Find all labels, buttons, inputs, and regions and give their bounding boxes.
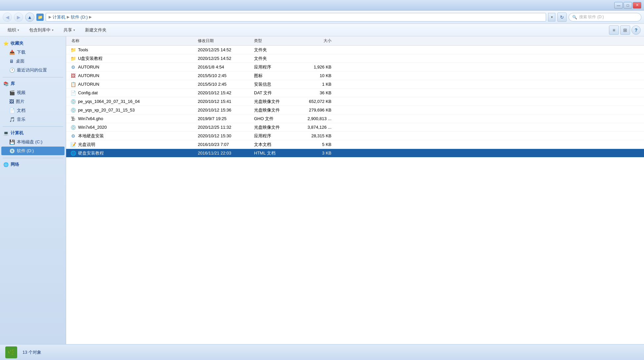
path-computer[interactable]: 计算机 xyxy=(53,14,65,20)
file-name-cell: 🌐 硬盘安装教程 xyxy=(69,150,198,156)
iso-file-icon: 💿 xyxy=(70,99,76,105)
file-name-cell: 💿 pe_yqs_1064_20_07_31_16_04 xyxy=(69,99,198,105)
file-date: 2016/11/21 22:03 xyxy=(198,151,254,156)
localc-label: 本地磁盘 (C:) xyxy=(17,139,42,145)
file-type: 光盘映像文件 xyxy=(254,107,297,113)
refresh-button[interactable]: ↻ xyxy=(557,13,567,22)
divider-2 xyxy=(3,126,63,127)
col-header-type[interactable]: 类型 xyxy=(254,38,297,44)
col-header-name[interactable]: 名称 xyxy=(69,38,198,44)
sidebar: ⭐ 收藏夹 📥 下载 🖥 桌面 🕐 最近访问的位置 📚 库 xyxy=(0,36,66,344)
file-type: 安装信息 xyxy=(254,81,297,87)
help-button[interactable]: ? xyxy=(631,25,641,35)
photo-icon: 🖼 xyxy=(9,99,14,104)
file-name-text: U盘安装教程 xyxy=(78,56,103,62)
table-row[interactable]: 🗜 Win7x64.gho 2019/9/7 19:25 GHO 文件 2,90… xyxy=(66,114,644,123)
sidebar-item-doc[interactable]: 📄 文档 xyxy=(1,106,64,115)
doc-label: 文档 xyxy=(17,108,25,113)
maximize-button[interactable]: □ xyxy=(623,2,632,9)
file-rows-container: 📁 Tools 2020/12/25 14:52 文件夹 📁 U盘安装教程 20… xyxy=(66,46,644,158)
table-row[interactable]: 📄 Config.dat 2020/10/12 15:42 DAT 文件 36 … xyxy=(66,89,644,97)
status-count-text: 13 个对象 xyxy=(22,349,41,355)
computer-section: 💻 计算机 💾 本地磁盘 (C:) 💿 软件 (D:) xyxy=(0,129,66,155)
table-row[interactable]: 🖼 AUTORUN 2015/5/10 2:45 图标 10 KB xyxy=(66,71,644,80)
search-box[interactable]: 🔍 搜索 软件 (D:) xyxy=(569,13,641,22)
table-row[interactable]: ⚙ AUTORUN 2016/1/8 4:54 应用程序 1,926 KB xyxy=(66,63,644,71)
sidebar-item-photo[interactable]: 🖼 图片 xyxy=(1,97,64,106)
file-name-cell: 📄 Config.dat xyxy=(69,90,198,96)
file-size: 5 KB xyxy=(297,142,337,147)
app-file-icon: ⚙ xyxy=(70,133,76,139)
table-row[interactable]: 📋 AUTORUN 2015/5/10 2:45 安装信息 1 KB xyxy=(66,80,644,89)
file-name-text: Tools xyxy=(78,47,88,52)
favorites-label: 收藏夹 xyxy=(11,40,23,46)
close-button[interactable]: ✕ xyxy=(633,2,641,9)
recent-icon: 🕐 xyxy=(9,68,15,73)
file-date: 2015/5/10 2:45 xyxy=(198,82,254,87)
file-type: 应用程序 xyxy=(254,133,297,139)
sidebar-item-softd[interactable]: 💿 软件 (D:) xyxy=(1,147,64,155)
file-name-cell: 🗜 Win7x64.gho xyxy=(69,116,198,122)
table-row[interactable]: 📁 U盘安装教程 2020/12/25 14:52 文件夹 xyxy=(66,54,644,63)
file-date: 2020/10/12 15:36 xyxy=(198,108,254,112)
share-button[interactable]: 共享 ▾ xyxy=(59,25,79,35)
softd-label: 软件 (D:) xyxy=(17,148,34,154)
divider-3 xyxy=(3,158,63,158)
col-header-size[interactable]: 大小 xyxy=(297,38,337,44)
view-options-button[interactable]: ≡ xyxy=(609,25,619,35)
video-icon: 🎬 xyxy=(9,90,15,95)
sidebar-item-video[interactable]: 🎬 视频 xyxy=(1,88,64,97)
file-type: DAT 文件 xyxy=(254,90,297,96)
address-path-bar[interactable]: ▶ 计算机 ▶ 软件 (D:) ▶ xyxy=(46,13,546,22)
favorites-icon: ⭐ xyxy=(3,41,9,46)
sidebar-item-downloads[interactable]: 📥 下载 xyxy=(1,48,64,57)
address-dropdown-button[interactable]: ▾ xyxy=(548,13,555,22)
file-date: 2020/10/12 15:42 xyxy=(198,90,254,95)
sidebar-item-desktop[interactable]: 🖥 桌面 xyxy=(1,57,64,66)
text-file-icon: 📝 xyxy=(70,142,76,148)
path-drive[interactable]: 软件 (D:) xyxy=(71,14,88,20)
table-row[interactable]: 📁 Tools 2020/12/25 14:52 文件夹 xyxy=(66,46,644,54)
network-label: 网络 xyxy=(11,161,19,167)
path-separator-2: ▶ xyxy=(67,15,69,19)
location-icon: 📁 xyxy=(36,14,44,21)
back-button[interactable]: ◀ xyxy=(3,13,12,22)
desktop-icon: 🖥 xyxy=(9,59,14,64)
file-name-text: pe_yqs_1064_20_07_31_16_04 xyxy=(78,99,140,104)
sidebar-item-localc[interactable]: 💾 本地磁盘 (C:) xyxy=(1,138,64,146)
softd-icon: 💿 xyxy=(9,148,15,154)
new-folder-button[interactable]: 新建文件夹 xyxy=(81,25,111,35)
file-size: 3 KB xyxy=(297,151,337,156)
gho-file-icon: 🗜 xyxy=(70,116,76,122)
organize-button[interactable]: 组织 ▾ xyxy=(3,25,23,35)
table-row[interactable]: ⚙ 本地硬盘安装 2020/10/12 15:30 应用程序 28,315 KB xyxy=(66,132,644,140)
file-size: 2,900,813 ... xyxy=(297,116,337,121)
file-name-text: Win7x64.gho xyxy=(78,116,103,121)
minimize-button[interactable]: — xyxy=(614,2,623,9)
photo-label: 图片 xyxy=(16,99,24,105)
up-button[interactable]: ▲ xyxy=(25,13,34,22)
file-size: 3,874,126 ... xyxy=(297,125,337,130)
folder-file-icon: 📁 xyxy=(70,47,76,53)
col-header-date[interactable]: 修改日期 xyxy=(198,38,254,44)
file-date: 2020/10/12 15:41 xyxy=(198,99,254,104)
view-toggle-button[interactable]: ⊞ xyxy=(620,25,630,35)
file-name-text: Win7x64_2020 xyxy=(78,125,107,130)
include-button[interactable]: 包含到库中 ▾ xyxy=(25,25,58,35)
table-row[interactable]: 💿 Win7x64_2020 2020/12/25 11:32 光盘映像文件 3… xyxy=(66,123,644,132)
file-date: 2020/10/12 15:30 xyxy=(198,133,254,138)
table-row[interactable]: 🌐 硬盘安装教程 2016/11/21 22:03 HTML 文档 3 KB xyxy=(66,149,644,158)
sidebar-item-music[interactable]: 🎵 音乐 xyxy=(1,115,64,124)
sidebar-item-recent[interactable]: 🕐 最近访问的位置 xyxy=(1,66,64,74)
computer-label: 计算机 xyxy=(11,130,23,136)
forward-button[interactable]: ▶ xyxy=(14,13,23,22)
network-header: 🌐 网络 xyxy=(0,160,66,169)
file-name-cell: 📝 光盘说明 xyxy=(69,142,198,148)
file-name-cell: 💿 Win7x64_2020 xyxy=(69,124,198,130)
status-bar: 🌿 13 个对象 xyxy=(0,344,644,360)
table-row[interactable]: 📝 光盘说明 2016/10/23 7:07 文本文档 5 KB xyxy=(66,140,644,149)
table-row[interactable]: 💿 pe_yqs_1064_20_07_31_16_04 2020/10/12 … xyxy=(66,97,644,106)
file-type: 光盘映像文件 xyxy=(254,124,297,130)
iso-file-icon: 💿 xyxy=(70,124,76,130)
table-row[interactable]: 💿 pe_yqs_xp_20_07_31_15_53 2020/10/12 15… xyxy=(66,106,644,114)
